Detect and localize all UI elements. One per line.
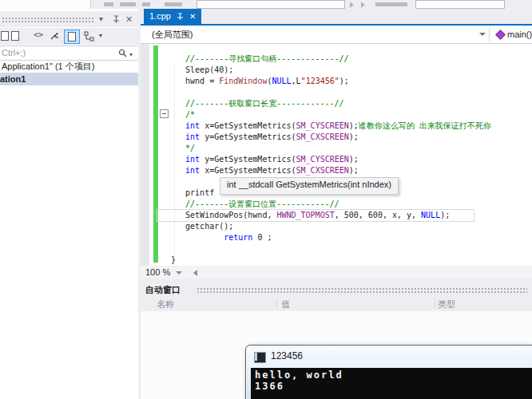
code-line[interactable]: SetWindowPos(hwnd, HWND_TOPMOST, 500, 60… [171, 210, 491, 221]
code-line[interactable]: hwnd = FindWindow(NULL,L"123456"); [171, 76, 491, 87]
panel-title-bar[interactable]: ▾ ✕ [0, 11, 138, 27]
code-token: getchar(); [171, 222, 233, 231]
toolbar-fragment [375, 2, 407, 6]
autos-column-headers: 名称 值 类型 [141, 297, 532, 311]
code-line[interactable]: } [171, 255, 491, 266]
doc-icon[interactable] [1, 31, 9, 41]
view-code-icon[interactable]: <> [34, 30, 43, 39]
autos-title: 自动窗口 [145, 282, 181, 297]
toolbar-fragment [142, 2, 150, 6]
code-token: y=GetSystemMetrics( [200, 155, 296, 164]
console-line: 1366 [255, 381, 284, 392]
method-icon [495, 30, 506, 40]
code-token: "123456" [301, 77, 339, 85]
code-token: SM_CXSCREEN [296, 166, 349, 175]
console-output[interactable]: hello, world 1366 [251, 368, 532, 399]
code-line[interactable]: /* [171, 109, 491, 120]
close-icon[interactable]: ✕ [125, 11, 133, 27]
column-divider[interactable] [435, 298, 435, 310]
code-token: x=GetSystemMetrics( [200, 166, 296, 175]
column-header-name[interactable]: 名称 [157, 297, 174, 311]
toolbar-fragment [104, 2, 113, 6]
column-header-value[interactable]: 值 [281, 297, 290, 311]
code-line[interactable]: int y=GetSystemMetrics(SM_CXSCREEN); [171, 132, 491, 143]
code-token: ,L [292, 77, 301, 85]
nav-forward-icon[interactable] [361, 2, 365, 8]
toolbar-fragment [165, 2, 182, 6]
tab-close-icon[interactable]: ✕ [189, 9, 196, 24]
top-toolbar-clipped [0, 0, 532, 9]
column-header-type[interactable]: 类型 [438, 297, 455, 311]
code-token: SM_CYSCREEN [296, 121, 349, 130]
drag-handle-dots [2, 17, 94, 22]
code-line[interactable]: int x=GetSystemMetrics(SM_CYSCREEN);谁教你这… [171, 120, 491, 132]
code-line[interactable]: //-------设置窗口位置-----------// [171, 199, 491, 210]
toolbar-overflow-icon[interactable]: ▾ [99, 32, 102, 39]
doc-icon[interactable] [11, 31, 19, 41]
search-input[interactable]: Ctrl+;) ▾ [0, 45, 137, 61]
nav-back-icon[interactable] [350, 2, 354, 8]
code-token: ); [349, 166, 359, 175]
preview-selected-item-button[interactable] [64, 30, 80, 44]
tab-pin-icon[interactable] [177, 13, 184, 21]
console-title-text: 123456 [271, 350, 303, 361]
vs-ide-window: { "solution_explorer": { "search_placeho… [0, 0, 532, 399]
properties-wrench-icon[interactable] [50, 32, 58, 41]
code-line[interactable]: //-------寻找窗口句柄-------------// [171, 53, 491, 65]
code-token: ); [440, 211, 450, 219]
code-token: , 500, 600, x, y, [335, 211, 421, 219]
quick-info-tooltip: int __stdcall GetSystemMetrics(int nInde… [220, 177, 399, 195]
code-token: y=GetSystemMetrics( [200, 132, 296, 141]
column-divider[interactable] [276, 298, 277, 310]
code-line[interactable]: */ [171, 143, 491, 154]
change-tracking-bar [153, 45, 158, 263]
code-line[interactable]: //-------获取窗口长宽------------// [171, 98, 491, 109]
window-menu-icon[interactable]: ▾ [99, 11, 103, 27]
code-line[interactable]: int y=GetSystemMetrics(SM_CYSCREEN); [171, 154, 491, 165]
pin-icon[interactable] [113, 15, 120, 24]
code-token: int [171, 166, 200, 175]
code-line[interactable]: getchar(); [171, 221, 491, 232]
code-line[interactable]: Sleep(40); [171, 65, 491, 76]
document-tab-strip: 1.cpp ✕ [141, 9, 532, 26]
code-fold-collapse-icon[interactable] [160, 109, 169, 118]
code-token: 0 ; [252, 233, 272, 242]
horizontal-scrollbar[interactable] [203, 266, 532, 279]
tree-item-solution[interactable]: Application1" (1 个项目) [0, 60, 138, 73]
code-line[interactable]: int x=GetSystemMetrics(SM_CXSCREEN); [171, 165, 491, 176]
console-window[interactable]: 123456 hello, world 1366 [245, 345, 532, 399]
code-token: //-------获取窗口长宽------------// [171, 99, 344, 108]
tab-1cpp[interactable]: 1.cpp ✕ [144, 9, 201, 24]
chevron-down-icon[interactable] [479, 33, 486, 36]
top-tab-fragment[interactable] [0, 0, 91, 9]
toolbar-combobox[interactable] [197, 0, 345, 9]
drag-handle-dots [197, 287, 527, 293]
scroll-left-icon[interactable] [193, 270, 197, 276]
code-token: ); [349, 121, 359, 130]
code-token: } [171, 255, 176, 264]
code-line[interactable] [171, 87, 491, 98]
console-app-icon [254, 352, 266, 363]
code-line[interactable]: return 0 ; [171, 232, 491, 243]
code-token: printf [171, 188, 214, 197]
chevron-down-icon[interactable] [176, 271, 182, 275]
editor-bottom-bar: 100 % [141, 266, 532, 279]
code-token: Sleep(40); [171, 65, 233, 74]
editor-navigation-bar: (全局范围) main() [141, 26, 532, 44]
code-content: //-------寻找窗口句柄-------------// Sleep(40)… [171, 53, 491, 266]
search-icon[interactable] [118, 49, 127, 57]
code-line[interactable] [171, 243, 491, 255]
toolbar-combobox[interactable] [415, 0, 505, 9]
tree-item-project-selected[interactable]: ation1 [0, 73, 138, 85]
code-token: //-------设置窗口位置-----------// [171, 200, 339, 208]
code-token: /* [171, 110, 195, 119]
code-editor[interactable]: //-------寻找窗口句柄-------------// Sleep(40)… [141, 44, 532, 266]
show-all-files-icon[interactable] [84, 31, 94, 41]
code-token: ); [349, 155, 359, 164]
code-token: FindWindow [219, 77, 267, 85]
autos-window-titlebar[interactable]: 自动窗口 [141, 282, 532, 297]
code-token: SM_CXSCREEN [296, 132, 349, 141]
tab-label: 1.cpp [149, 9, 171, 24]
code-token: int [171, 155, 200, 164]
console-titlebar[interactable]: 123456 [246, 346, 532, 368]
